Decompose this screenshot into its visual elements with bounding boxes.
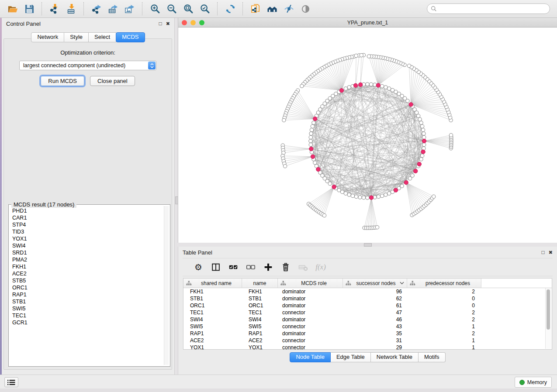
result-list-item[interactable]: FKH1: [10, 263, 164, 270]
graph-node[interactable]: [391, 88, 394, 92]
graph-hub-node[interactable]: [376, 83, 380, 87]
export-image-icon[interactable]: [122, 2, 137, 16]
table-cell[interactable]: dominator: [278, 302, 343, 309]
table-cell[interactable]: ACE2: [242, 337, 278, 344]
table-cell[interactable]: 61: [343, 302, 407, 309]
vertical-splitter[interactable]: [175, 18, 178, 375]
table-cell[interactable]: ACE2: [183, 337, 242, 344]
column-header-name[interactable]: name: [242, 279, 278, 288]
result-list-item[interactable]: TID3: [10, 228, 164, 235]
graph-node[interactable]: [415, 111, 419, 114]
graph-node[interactable]: [432, 195, 436, 198]
result-list-item[interactable]: SWI4: [10, 242, 164, 249]
result-list-item[interactable]: ACE2: [10, 270, 164, 277]
zoom-in-icon[interactable]: [148, 2, 163, 16]
graph-node[interactable]: [366, 196, 369, 199]
task-history-button[interactable]: [4, 377, 18, 387]
result-list-item[interactable]: YOX1: [10, 235, 164, 242]
tab-network[interactable]: Network: [31, 32, 64, 42]
table-cell[interactable]: 2: [407, 309, 481, 316]
export-table-icon[interactable]: [106, 2, 121, 16]
graph-node[interactable]: [417, 114, 420, 117]
table-cell[interactable]: TEC1: [183, 309, 242, 316]
result-list-item[interactable]: PHD1: [10, 207, 164, 214]
graph-node[interactable]: [422, 135, 426, 139]
graph-node[interactable]: [358, 196, 362, 199]
graph-node[interactable]: [375, 226, 379, 229]
table-cell[interactable]: connector: [278, 323, 343, 330]
refresh-view-icon[interactable]: [223, 2, 238, 16]
table-cell[interactable]: 2: [407, 316, 481, 323]
table-cell[interactable]: FKH1: [183, 288, 242, 295]
table-cell[interactable]: dominator: [278, 330, 343, 337]
table-cell[interactable]: RAP1: [242, 330, 278, 337]
graph-node[interactable]: [318, 108, 322, 111]
close-panel-button[interactable]: Close panel: [90, 76, 135, 86]
table-cell[interactable]: SWI4: [242, 316, 278, 323]
table-row[interactable]: RAP1RAP1dominator352: [183, 330, 552, 337]
table-cell[interactable]: 0: [407, 302, 481, 309]
graph-hub-node[interactable]: [359, 83, 363, 86]
tab-network-table[interactable]: Network Table: [371, 352, 419, 362]
graph-hub-node[interactable]: [421, 150, 425, 154]
table-float-icon[interactable]: □: [542, 250, 545, 255]
graph-hub-node[interactable]: [332, 185, 336, 189]
graph-hub-node[interactable]: [313, 117, 317, 121]
graph-node[interactable]: [328, 182, 332, 186]
tab-motifs[interactable]: Motifs: [419, 352, 446, 362]
table-row[interactable]: SWI4SWI4dominator462: [183, 316, 552, 323]
graph-hub-node[interactable]: [316, 167, 320, 171]
home-view-icon[interactable]: [265, 2, 280, 16]
graph-node[interactable]: [344, 192, 347, 195]
column-header-predecessor-nodes[interactable]: predecessor nodes: [407, 279, 481, 288]
graph-node[interactable]: [309, 139, 312, 143]
graph-node[interactable]: [309, 132, 313, 135]
result-list-item[interactable]: PMA2: [10, 256, 164, 263]
result-list-item[interactable]: SWI5: [10, 305, 164, 312]
graph-hub-node[interactable]: [414, 169, 418, 173]
table-row[interactable]: ACE2ACE2connector311: [183, 337, 552, 344]
table-cell[interactable]: 96: [343, 288, 407, 295]
table-settings-icon[interactable]: ⚙: [190, 260, 207, 274]
deselect-all-rows-icon[interactable]: [242, 260, 259, 274]
column-header-successor-nodes[interactable]: successor nodes: [343, 279, 407, 288]
graph-node[interactable]: [347, 86, 351, 89]
graph-node[interactable]: [309, 143, 312, 146]
result-list-item[interactable]: TEC1: [10, 312, 164, 319]
tab-select[interactable]: Select: [89, 32, 116, 42]
graph-node[interactable]: [387, 192, 391, 195]
result-list-item[interactable]: STB5: [10, 277, 164, 284]
graph-node[interactable]: [407, 64, 411, 68]
table-cell[interactable]: dominator: [278, 288, 343, 295]
graph-node[interactable]: [397, 92, 401, 96]
column-header-MCDS-role[interactable]: MCDS role: [278, 279, 343, 288]
graph-node[interactable]: [419, 158, 423, 161]
graph-node[interactable]: [354, 54, 358, 58]
graph-node[interactable]: [377, 195, 380, 198]
table-cell[interactable]: SWI4: [183, 316, 242, 323]
table-cell[interactable]: FKH1: [242, 288, 278, 295]
graph-node[interactable]: [322, 214, 326, 217]
table-cell[interactable]: 62: [343, 295, 407, 302]
graph-node[interactable]: [411, 174, 414, 177]
tab-edge-table[interactable]: Edge Table: [331, 352, 371, 362]
table-row[interactable]: SWI5SWI5connector431: [183, 323, 552, 330]
graph-node[interactable]: [421, 128, 425, 132]
toggle-panel-columns-icon[interactable]: [207, 260, 225, 274]
horizontal-splitter[interactable]: [178, 243, 557, 247]
hide-panels-icon[interactable]: [281, 2, 296, 16]
delete-column-icon[interactable]: [277, 260, 294, 274]
table-row[interactable]: ORC1ORC1dominator610: [183, 302, 552, 309]
table-scrollbar[interactable]: [545, 288, 551, 349]
graph-node[interactable]: [422, 132, 426, 135]
table-cell[interactable]: 1: [407, 344, 481, 350]
graph-node[interactable]: [355, 195, 358, 198]
zoom-fit-icon[interactable]: [181, 2, 196, 16]
table-cell[interactable]: 2: [407, 330, 481, 337]
table-cell[interactable]: STB1: [242, 295, 278, 302]
import-network-icon[interactable]: [47, 2, 62, 16]
memory-button[interactable]: Memory: [515, 377, 552, 388]
graph-hub-node[interactable]: [309, 147, 313, 151]
graph-node[interactable]: [369, 83, 373, 86]
table-cell[interactable]: 31: [343, 337, 407, 344]
